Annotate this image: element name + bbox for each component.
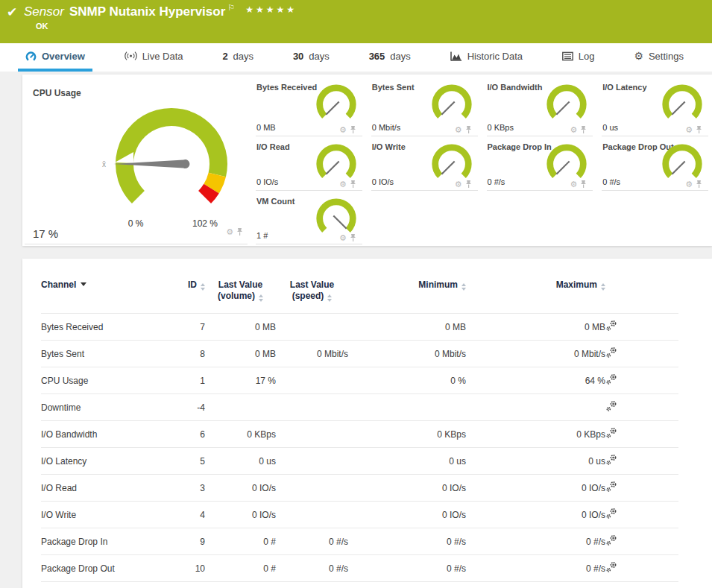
gauge-cell-tools: ⚙ [455,180,472,189]
cell-id: 2 [183,582,205,588]
gauge-value: 0 #/s [488,177,505,186]
channel-settings-button[interactable] [605,555,678,582]
tab-settings[interactable]: ⚙ Settings [626,43,691,72]
gauge-cell-i-o-latency[interactable]: I/O Latency 0 us ⚙ [602,77,708,136]
gauge-cell-bytes-received[interactable]: Bytes Received 0 MB ⚙ [256,77,362,136]
gauge-cell-cpu-usage[interactable]: CPU Usage x̄ 17 % 0 % 102 % ⚙ [25,77,248,244]
channel-settings-button[interactable] [605,475,678,502]
gear-icon[interactable]: ⚙ [339,234,347,242]
cell-channel: I/O Bandwidth [41,421,183,448]
tab-overview[interactable]: Overview [18,43,92,72]
cell-channel: Package Drop In [41,528,183,555]
pin-icon[interactable] [580,180,587,189]
channel-row-cpu-usage[interactable]: CPU Usage 1 17 % 0 % 64 % [41,367,678,394]
mini-gauge [429,83,475,129]
tab-365-days[interactable]: 365 days [362,43,418,72]
channel-row-vm-count[interactable]: VM Count 2 1 # 1 # 1 # [41,582,678,588]
pin-icon[interactable] [465,125,472,134]
cell-minimum: 0 MB [348,314,466,341]
channel-gears-icon [605,427,617,439]
gauge-cell-i-o-write[interactable]: I/O Write 0 IO/s ⚙ [371,136,478,191]
sort-icon [327,294,332,302]
gear-icon[interactable]: ⚙ [685,180,693,189]
gear-icon[interactable]: ⚙ [455,126,462,134]
column-header-channel[interactable]: Channel [41,279,183,314]
tab-bar: Overview Live Data 2 days 30 days 365 da… [0,43,712,72]
tab-log[interactable]: Log [555,43,602,72]
cell-channel: I/O Read [41,475,183,502]
pin-icon[interactable] [236,227,243,236]
pin-icon[interactable] [350,233,356,242]
channel-gears-icon [605,400,617,412]
sort-icon [259,294,263,302]
channel-gears-icon [605,320,617,332]
gauge-cell-i-o-bandwidth[interactable]: I/O Bandwidth 0 KBps ⚙ [487,77,593,136]
tab-live-data[interactable]: Live Data [117,43,191,72]
channel-settings-button[interactable] [605,528,678,555]
pin-icon[interactable] [696,125,702,134]
gear-icon[interactable]: ⚙ [570,126,577,134]
tab-historic-data[interactable]: Historic Data [443,43,530,72]
pin-icon[interactable] [580,125,587,134]
gear-icon[interactable]: ⚙ [570,180,577,189]
column-header-last-value-volume[interactable]: Last Value(volume) [205,279,276,314]
channel-row-i-o-bandwidth[interactable]: I/O Bandwidth 6 0 KBps 0 KBps 0 KBps [41,421,678,448]
cell-minimum: 0 KBps [348,421,466,448]
channel-settings-button[interactable] [605,341,678,367]
channel-row-package-drop-in[interactable]: Package Drop In 9 0 # 0 #/s 0 #/s 0 #/s [41,528,678,555]
gauge-cell-bytes-sent[interactable]: Bytes Sent 0 Mbit/s ⚙ [371,77,478,136]
cell-id: 5 [183,448,205,475]
channel-row-i-o-read[interactable]: I/O Read 3 0 IO/s 0 IO/s 0 IO/s [41,475,678,502]
channel-row-i-o-latency[interactable]: I/O Latency 5 0 us 0 us 0 us [41,448,678,475]
gear-icon[interactable]: ⚙ [455,180,462,189]
gear-icon[interactable]: ⚙ [339,126,347,134]
channel-row-bytes-sent[interactable]: Bytes Sent 8 0 MB 0 Mbit/s 0 Mbit/s 0 Mb… [41,341,678,367]
sensor-status-badge: OK [36,22,48,31]
channel-row-downtime[interactable]: Downtime -4 [41,394,678,421]
channel-row-bytes-received[interactable]: Bytes Received 7 0 MB 0 MB 0 MB [41,314,678,341]
log-lines-icon [562,51,573,61]
object-kind-label: Sensor [24,4,64,19]
status-check-icon: ✔ [7,4,17,20]
gauge-cell-package-drop-in[interactable]: Package Drop In 0 #/s ⚙ [487,136,593,191]
cell-last-value-speed [276,448,348,475]
channel-settings-button[interactable] [605,367,678,394]
gauge-value: 0 IO/s [256,177,278,186]
tab-30-days[interactable]: 30 days [286,43,337,72]
gauge-label: CPU Usage [33,88,81,98]
gauge-value: 0 KBps [488,123,514,132]
gauge-cell-i-o-read[interactable]: I/O Read 0 IO/s ⚙ [256,136,362,191]
channel-row-i-o-write[interactable]: I/O Write 4 0 IO/s 0 IO/s 0 IO/s [41,502,678,528]
column-header-id[interactable]: ID [183,279,205,314]
channel-settings-button[interactable] [605,448,678,475]
channel-gears-icon [605,454,617,466]
flag-icon[interactable]: ⚐ [227,3,235,12]
pin-icon[interactable] [696,180,702,189]
cell-id: 1 [183,367,205,394]
column-header-last-value-speed[interactable]: Last Value(speed) [276,279,348,314]
pin-icon[interactable] [465,180,472,189]
gear-icon[interactable]: ⚙ [339,180,347,189]
priority-stars[interactable]: ★★★★★ [245,4,297,15]
column-header-minimum[interactable]: Minimum [348,279,466,314]
gear-icon[interactable]: ⚙ [226,228,233,236]
channel-settings-button[interactable] [605,314,678,341]
channel-settings-button[interactable] [605,502,678,528]
channel-settings-button[interactable] [605,582,678,588]
column-header-maximum[interactable]: Maximum [466,279,605,314]
mini-gauge [313,83,359,129]
gauge-cell-tools: ⚙ [226,227,243,236]
cell-minimum: 0 us [348,448,466,475]
channel-settings-button[interactable] [605,394,678,421]
gauge-cell-package-drop-out[interactable]: Package Drop Out 0 #/s ⚙ [602,136,708,191]
channel-row-package-drop-out[interactable]: Package Drop Out 10 0 # 0 #/s 0 #/s 0 #/… [41,555,678,582]
tab-2-days[interactable]: 2 days [215,43,261,72]
gauge-cell-vm-count[interactable]: VM Count 1 # ⚙ [256,191,362,244]
gear-icon[interactable]: ⚙ [685,126,693,134]
cell-last-value-volume: 0 us [205,448,276,475]
channel-settings-button[interactable] [605,421,678,448]
gauge-label: I/O Bandwidth [488,83,543,92]
pin-icon[interactable] [350,180,356,189]
pin-icon[interactable] [350,125,356,134]
cell-last-value-volume: 0 MB [205,314,276,341]
